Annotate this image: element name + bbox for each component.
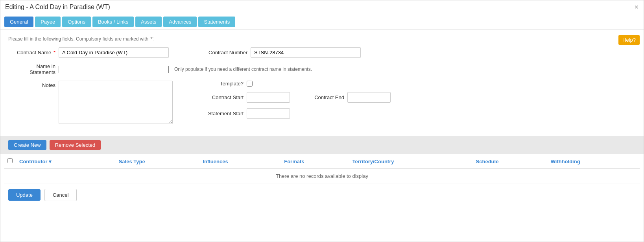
withholding-col-header[interactable]: Withholding xyxy=(548,154,640,169)
contract-name-label: Contract Name * xyxy=(8,50,55,55)
table-header-row: Contributor ▾ Sales Type Influences Form… xyxy=(4,154,640,169)
tab-general[interactable]: General xyxy=(4,17,33,27)
help-button[interactable]: Help? xyxy=(618,35,640,45)
template-checkbox[interactable] xyxy=(247,81,253,87)
territory-label: Territory/Country xyxy=(352,159,394,164)
select-all-checkbox[interactable] xyxy=(7,158,13,163)
right-fields: Template? Contract Start Contract End St… xyxy=(196,81,391,119)
form-notice: Please fill in the following fields. Com… xyxy=(8,36,636,42)
form-section: Please fill in the following fields. Com… xyxy=(0,30,644,136)
tab-advances[interactable]: Advances xyxy=(163,17,197,27)
withholding-label: Withholding xyxy=(551,159,580,164)
contract-start-row: Contract Start Contract End xyxy=(196,92,391,103)
contributor-label: Contributor xyxy=(19,159,47,164)
statement-start-row: Statement Start xyxy=(196,108,391,119)
tab-options[interactable]: Options xyxy=(62,17,91,27)
contributors-table: Contributor ▾ Sales Type Influences Form… xyxy=(4,154,640,183)
tab-bar: General Payee Options Books / Links Asse… xyxy=(0,14,644,30)
contract-number-label: Contract Number xyxy=(200,50,247,55)
create-new-button[interactable]: Create New xyxy=(8,140,46,150)
required-star: * xyxy=(52,50,55,55)
no-records-message: There are no records available to displa… xyxy=(4,169,640,183)
contract-name-row: Contract Name * Contract Number xyxy=(8,47,636,58)
bottom-bar: Update Cancel xyxy=(0,183,644,207)
table-section: Contributor ▾ Sales Type Influences Form… xyxy=(0,154,644,183)
sales-type-col-header[interactable]: Sales Type xyxy=(116,154,200,169)
contributor-col-header[interactable]: Contributor ▾ xyxy=(16,154,116,169)
sort-icon: ▾ xyxy=(49,159,52,164)
formats-label: Formats xyxy=(284,159,304,164)
tab-payee[interactable]: Payee xyxy=(35,17,61,27)
contract-name-input[interactable] xyxy=(59,47,169,58)
statement-start-input[interactable] xyxy=(247,108,290,119)
no-records-row: There are no records available to displa… xyxy=(4,169,640,183)
name-in-statements-row: Name inStatements Only populate if you n… xyxy=(8,63,636,75)
schedule-col-header[interactable]: Schedule xyxy=(473,154,548,169)
name-in-statements-hint: Only populate if you need a different co… xyxy=(174,67,312,72)
contract-name-field: Contract Name * xyxy=(8,47,169,58)
main-window: Editing - A Cold Day in Paradise (WT) ✕ … xyxy=(0,0,644,242)
template-label: Template? xyxy=(196,81,244,87)
contract-number-input[interactable] xyxy=(251,47,361,58)
cancel-button[interactable]: Cancel xyxy=(44,189,77,201)
contract-end-label: Contract End xyxy=(305,94,344,100)
template-row: Template? xyxy=(196,81,391,87)
contract-number-field: Contract Number xyxy=(200,47,361,58)
tab-books-links[interactable]: Books / Links xyxy=(92,17,134,27)
action-bar: Create New Remove Selected xyxy=(0,136,644,154)
update-button[interactable]: Update xyxy=(8,189,41,201)
window-title: Editing - A Cold Day in Paradise (WT) xyxy=(5,4,110,11)
close-button[interactable]: ✕ xyxy=(634,4,639,10)
tab-statements[interactable]: Statements xyxy=(198,17,235,27)
title-bar: Editing - A Cold Day in Paradise (WT) ✕ xyxy=(0,0,644,14)
name-in-statements-label: Name inStatements xyxy=(8,63,55,75)
sales-type-label: Sales Type xyxy=(119,159,145,164)
schedule-label: Schedule xyxy=(476,159,499,164)
select-all-col xyxy=(4,154,16,169)
influences-col-header[interactable]: Influences xyxy=(199,154,281,169)
contract-start-label: Contract Start xyxy=(196,94,244,100)
statement-start-label: Statement Start xyxy=(196,111,244,116)
contract-start-input[interactable] xyxy=(247,92,290,103)
notes-row: Notes Template? Contract Start Contract … xyxy=(8,81,636,124)
name-in-statements-input[interactable] xyxy=(59,66,169,73)
notes-label: Notes xyxy=(8,81,55,88)
notes-textarea[interactable] xyxy=(59,81,173,124)
tab-assets[interactable]: Assets xyxy=(135,17,162,27)
formats-col-header[interactable]: Formats xyxy=(281,154,349,169)
contract-end-input[interactable] xyxy=(347,92,391,103)
territory-col-header[interactable]: Territory/Country xyxy=(349,154,473,169)
remove-selected-button[interactable]: Remove Selected xyxy=(50,140,101,150)
influences-label: Influences xyxy=(203,159,228,164)
